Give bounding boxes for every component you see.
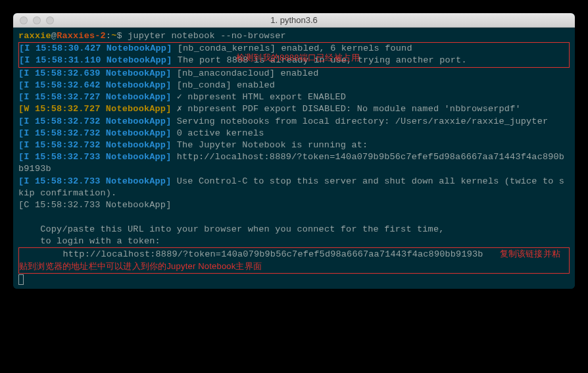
log-info-tag: [I 15:58:32.732 NotebookApp] — [18, 128, 171, 138]
log-info-tag: [I 15:58:32.732 NotebookApp] — [18, 116, 171, 126]
log-msg: ✗ nbpresent PDF export DISABLED: No modu… — [171, 104, 520, 114]
prompt-at: @ — [51, 31, 57, 41]
log-msg: ✓ nbpresent HTML export ENABLED — [171, 92, 346, 102]
log-info-tag: [I 15:58:30.427 NotebookApp] — [19, 43, 172, 53]
annotation-box-2: http://localhost:8889/?token=140a079b9b5… — [18, 247, 570, 274]
copy-paste-line2: to login with a token: — [18, 236, 160, 246]
log-info-tag: [I 15:58:32.639 NotebookApp] — [18, 68, 171, 78]
minimize-icon[interactable] — [33, 16, 41, 24]
log-msg: [nb_conda] enabled — [171, 80, 275, 90]
log-msg: The Jupyter Notebook is running at: — [171, 140, 368, 150]
terminal-content[interactable]: raxxie@Raxxies-2:~$ jupyter notebook --n… — [13, 28, 575, 289]
prompt-host: Raxxies-2 — [57, 31, 106, 41]
annotation-box-1: [I 15:58:30.427 NotebookApp] [nb_conda_k… — [18, 42, 570, 67]
log-msg: 0 active kernels — [171, 128, 264, 138]
log-info-tag: [I 15:58:32.642 NotebookApp] — [18, 80, 171, 90]
prompt-sep: : — [106, 31, 111, 41]
url-line: http://localhost:8889/?token=140a079b9b5… — [19, 249, 483, 259]
window-title: 1. python3.6 — [270, 15, 318, 25]
log-info-tag: [I 15:58:32.733 NotebookApp] — [18, 176, 171, 186]
titlebar[interactable]: 1. python3.6 — [13, 13, 575, 28]
log-info-tag: [I 15:58:32.727 NotebookApp] — [18, 92, 171, 102]
log-msg: [nb_anacondacloud] enabled — [171, 68, 318, 78]
cursor-icon — [18, 274, 24, 285]
copy-paste-line1: Copy/paste this URL into your browser wh… — [18, 224, 445, 234]
log-info-tag: [I 15:58:31.110 NotebookApp] — [19, 55, 172, 65]
close-icon[interactable] — [20, 16, 28, 24]
log-msg: Serving notebooks from local directory: … — [171, 116, 548, 126]
traffic-lights — [13, 16, 54, 24]
log-c-tag: [C 15:58:32.733 NotebookApp] — [18, 200, 171, 210]
log-info-tag: [I 15:58:32.733 NotebookApp] — [18, 152, 171, 162]
zoom-icon[interactable] — [46, 16, 54, 24]
annotation-text-1: 检测到我的8888端口已经被占用 — [236, 52, 360, 64]
terminal-window: 1. python3.6 raxxie@Raxxies-2:~$ jupyter… — [13, 13, 575, 289]
prompt-user: raxxie — [18, 31, 51, 41]
command-text: jupyter notebook --no-browser — [128, 31, 286, 41]
log-warn-tag: [W 15:58:32.727 NotebookApp] — [18, 104, 171, 114]
prompt-dollar: $ — [116, 31, 128, 41]
log-info-tag: [I 15:58:32.732 NotebookApp] — [18, 140, 171, 150]
